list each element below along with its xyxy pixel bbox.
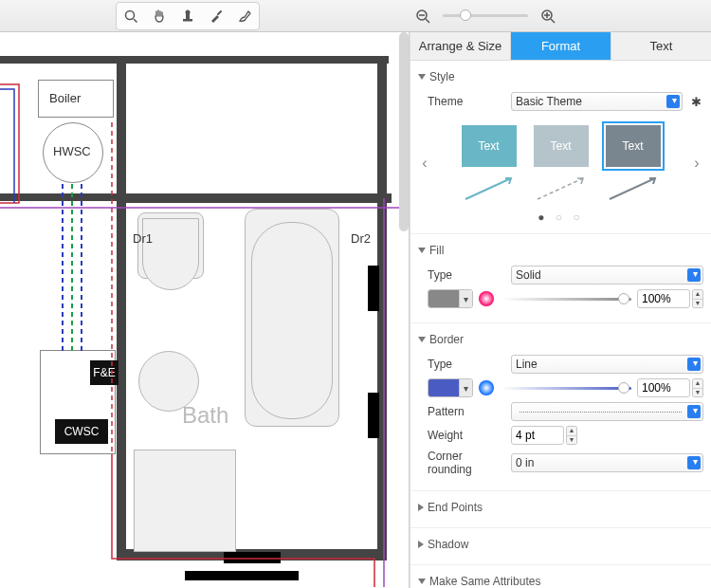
style-swatch-1[interactable]: Text	[462, 125, 517, 167]
stepper-down-icon[interactable]: ▼	[567, 436, 576, 445]
brush-icon[interactable]	[232, 5, 257, 28]
svg-line-8	[426, 19, 429, 23]
border-type-select[interactable]: Line	[511, 355, 703, 374]
boiler-label: Boiler	[49, 91, 81, 105]
rounding-select[interactable]: 0 in	[511, 453, 703, 472]
hwsc-label: HWSC	[53, 144, 91, 158]
section-style-header[interactable]: Style	[418, 66, 703, 87]
color-wheel-icon[interactable]	[477, 289, 496, 308]
style-swatches: Text Text Text	[431, 125, 690, 167]
weight-stepper[interactable]: ▲▼	[511, 426, 577, 445]
chevron-down-icon	[418, 337, 426, 342]
svg-point-20	[479, 291, 494, 306]
stepper-down-icon[interactable]: ▼	[693, 300, 702, 308]
svg-rect-2	[183, 19, 192, 22]
stepper-up-icon[interactable]: ▲	[693, 290, 702, 300]
floor-plan[interactable]: Boiler HWSC F&E CWSC Dr1 Dr2 Bath	[0, 32, 409, 588]
gear-icon[interactable]: ✱	[688, 94, 703, 109]
theme-select[interactable]: Basic Theme	[511, 92, 683, 111]
zoom-in-icon[interactable]	[536, 5, 560, 28]
border-opacity-stepper[interactable]: ▲▼	[637, 378, 703, 397]
section-endpoints-title: End Points	[428, 501, 483, 514]
tab-text[interactable]: Text	[611, 32, 711, 60]
svg-point-21	[479, 380, 494, 395]
section-border-header[interactable]: Border	[418, 329, 703, 350]
chevron-down-icon	[418, 579, 426, 584]
style-pager[interactable]: ● ○ ○	[418, 211, 703, 224]
section-fill: Fill Type Solid ▾	[410, 234, 711, 323]
top-toolbar	[0, 0, 711, 32]
arrow-style-1[interactable]	[462, 175, 517, 203]
arrow-style-2[interactable]	[534, 175, 589, 203]
chevron-right-icon[interactable]: ›	[690, 155, 703, 172]
canvas-scrollbar[interactable]	[399, 32, 409, 231]
slider-thumb[interactable]	[618, 293, 629, 304]
fill-type-select[interactable]: Solid	[511, 266, 703, 285]
stamp-icon[interactable]	[175, 5, 200, 28]
border-type-label: Type	[418, 358, 505, 371]
section-fill-header[interactable]: Fill	[418, 240, 703, 261]
svg-point-0	[126, 10, 135, 19]
style-swatch-3[interactable]: Text	[606, 125, 661, 167]
inspector-panel: Arrange & Size Format Text Style Theme B…	[410, 32, 711, 588]
section-shadow-header[interactable]: Shadow	[418, 534, 703, 555]
room-label: Bath	[182, 402, 228, 429]
section-border-title: Border	[429, 333, 464, 346]
eyedropper-icon[interactable]	[204, 5, 228, 28]
chevron-down-icon	[418, 74, 426, 80]
pattern-label: Pattern	[418, 405, 505, 418]
section-shadow: Shadow	[410, 528, 711, 565]
section-style-title: Style	[429, 70, 455, 83]
style-swatch-2[interactable]: Text	[534, 125, 589, 167]
chevron-down-icon	[418, 248, 426, 253]
fill-opacity-slider[interactable]	[501, 298, 631, 301]
color-wheel-icon[interactable]	[477, 378, 496, 397]
section-same-header[interactable]: Make Same Attributes	[418, 571, 703, 588]
border-opacity-input[interactable]	[637, 378, 690, 397]
svg-line-19	[610, 178, 655, 199]
chevron-left-icon[interactable]: ‹	[418, 155, 431, 172]
zoom-controls	[410, 5, 560, 28]
tab-format[interactable]: Format	[511, 32, 611, 60]
border-color-well[interactable]: ▾	[428, 378, 473, 397]
search-icon[interactable]	[118, 5, 143, 28]
dr1-label: Dr1	[133, 231, 153, 246]
section-endpoints-header[interactable]: End Points	[418, 497, 703, 518]
svg-line-18	[538, 178, 583, 199]
fe-label: F&E	[90, 360, 118, 385]
fill-type-label: Type	[418, 268, 505, 282]
canvas-area[interactable]: Boiler HWSC F&E CWSC Dr1 Dr2 Bath	[0, 32, 410, 588]
weight-input[interactable]	[511, 426, 564, 445]
arrow-style-3[interactable]	[606, 175, 661, 203]
border-opacity-slider[interactable]	[501, 387, 631, 390]
chevron-right-icon	[418, 504, 424, 511]
section-border: Border Type Line ▾	[410, 323, 711, 491]
section-same-attrs: Make Same Attributes ▢Fill ▭Border TText…	[410, 565, 711, 588]
section-fill-title: Fill	[429, 244, 444, 257]
section-shadow-title: Shadow	[428, 538, 468, 551]
pattern-select[interactable]	[511, 402, 703, 421]
stepper-down-icon[interactable]: ▼	[693, 389, 702, 397]
stepper-up-icon[interactable]: ▲	[567, 427, 576, 436]
pan-icon[interactable]	[147, 5, 172, 28]
section-endpoints: End Points	[410, 491, 711, 528]
tab-arrange[interactable]: Arrange & Size	[410, 32, 511, 60]
fill-opacity-input[interactable]	[637, 289, 690, 308]
svg-point-4	[186, 9, 191, 14]
fill-opacity-stepper[interactable]: ▲▼	[637, 289, 703, 308]
fill-color-well[interactable]: ▾	[428, 289, 473, 308]
cwsc-label: CWSC	[55, 419, 108, 444]
inspector-tabs: Arrange & Size Format Text	[410, 32, 711, 61]
theme-label: Theme	[418, 95, 505, 108]
svg-line-17	[465, 178, 511, 199]
dr2-label: Dr2	[351, 231, 371, 246]
toolbar-tools	[116, 2, 260, 30]
section-same-title: Make Same Attributes	[429, 575, 540, 588]
stepper-up-icon[interactable]: ▲	[693, 379, 702, 389]
zoom-slider-thumb[interactable]	[460, 9, 471, 21]
zoom-out-icon[interactable]	[410, 5, 435, 28]
zoom-slider[interactable]	[443, 14, 528, 17]
theme-value: Basic Theme	[516, 95, 582, 108]
slider-thumb[interactable]	[618, 382, 629, 394]
svg-line-5	[218, 11, 221, 14]
